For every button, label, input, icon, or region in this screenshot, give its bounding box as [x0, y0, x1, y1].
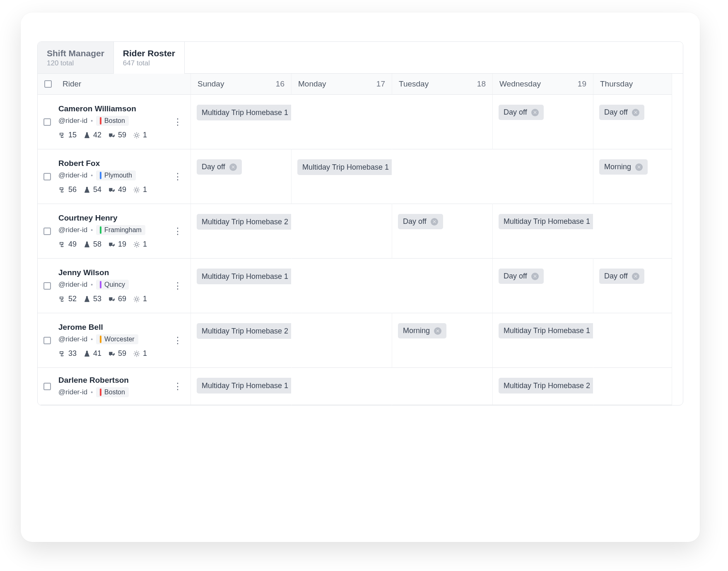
- schedule-cell[interactable]: Multiday Trip Homebase 1✕: [292, 149, 392, 204]
- schedule-chip[interactable]: Morning✕: [398, 323, 446, 338]
- schedule-cell[interactable]: [593, 313, 672, 368]
- rider-info: Jerome Bell@rider-id•Worcester3341591: [58, 323, 163, 358]
- schedule-cell[interactable]: Day off✕: [493, 259, 593, 313]
- chip-label: Day off: [504, 272, 527, 281]
- schedule-cell[interactable]: Multiday Trip Homebase 2✕: [493, 368, 593, 405]
- schedule-cell[interactable]: Multiday Trip Homebase 1✕: [191, 259, 292, 313]
- schedule-cell[interactable]: Morning✕: [392, 313, 493, 368]
- close-icon[interactable]: ✕: [531, 109, 539, 116]
- select-all-checkbox[interactable]: [44, 80, 52, 88]
- separator: •: [91, 172, 93, 179]
- schedule-span[interactable]: Multiday Trip Homebase 2✕: [499, 378, 593, 393]
- schedule-cell[interactable]: Day off✕: [392, 204, 493, 259]
- schedule-chip[interactable]: Morning✕: [599, 159, 648, 175]
- svg-point-1: [135, 189, 138, 191]
- chip-label: Morning: [604, 163, 631, 171]
- schedule-span[interactable]: Multiday Trip Homebase 2✕: [197, 214, 292, 230]
- schedule-cell[interactable]: [292, 313, 392, 368]
- metric-truck: 69: [118, 295, 126, 303]
- span-label: Multiday Trip Homebase 1: [302, 163, 389, 172]
- metric-route: 33: [68, 349, 77, 358]
- more-icon[interactable]: ⋮: [171, 171, 185, 182]
- schedule-chip[interactable]: Day off✕: [599, 269, 644, 284]
- location-pill[interactable]: Plymouth: [96, 170, 136, 180]
- close-icon[interactable]: ✕: [632, 273, 639, 280]
- location-color-bar: [100, 117, 101, 125]
- schedule-span[interactable]: Multiday Trip Homebase 1✕: [297, 159, 392, 175]
- row-checkbox[interactable]: [43, 173, 51, 180]
- row-checkbox[interactable]: [43, 118, 51, 126]
- location-pill[interactable]: Quincy: [96, 280, 129, 290]
- close-icon[interactable]: ✕: [434, 327, 441, 335]
- schedule-chip[interactable]: Day off✕: [499, 105, 544, 120]
- row-checkbox[interactable]: [43, 383, 51, 390]
- schedule-chip[interactable]: Day off✕: [499, 269, 544, 284]
- tab-rider-roster[interactable]: Rider Roster647 total: [114, 42, 185, 74]
- rider-name: Jenny Wilson: [58, 268, 163, 277]
- schedule-cell[interactable]: [392, 368, 493, 405]
- schedule-cell[interactable]: Multiday Trip Homebase 1✕: [191, 368, 292, 405]
- location-label: Boston: [104, 117, 125, 125]
- span-label: Multiday Trip Homebase 1: [504, 217, 590, 226]
- schedule-span[interactable]: Multiday Trip Homebase 1: [499, 214, 593, 229]
- location-pill[interactable]: Worcester: [96, 334, 138, 344]
- more-icon[interactable]: ⋮: [171, 335, 185, 346]
- close-icon[interactable]: ✕: [229, 163, 237, 171]
- schedule-span[interactable]: Multiday Trip Homebase 1✕: [197, 105, 292, 120]
- rider-cell: Jerome Bell@rider-id•Worcester3341591⋮: [38, 313, 191, 368]
- schedule-cell[interactable]: [493, 149, 593, 204]
- metric-route: 56: [68, 185, 77, 194]
- schedule-chip[interactable]: Day off✕: [197, 159, 242, 175]
- schedule-cell[interactable]: [392, 259, 493, 313]
- close-icon[interactable]: ✕: [632, 109, 639, 116]
- schedule-cell[interactable]: Day off✕: [593, 95, 672, 149]
- close-icon[interactable]: ✕: [431, 218, 438, 226]
- row-checkbox[interactable]: [43, 337, 51, 344]
- schedule-span[interactable]: Multiday Trip Homebase 1: [499, 323, 593, 338]
- metric-route: 52: [68, 295, 77, 303]
- row-checkbox[interactable]: [43, 282, 51, 290]
- schedule-cell[interactable]: Multiday Trip Homebase 1: [493, 313, 593, 368]
- schedule-cell[interactable]: [392, 149, 493, 204]
- more-icon[interactable]: ⋮: [171, 280, 185, 291]
- schedule-cell[interactable]: Multiday Trip Homebase 1: [493, 204, 593, 259]
- rider-name: Cameron Williamson: [58, 104, 163, 113]
- schedule-cell[interactable]: [593, 204, 672, 259]
- more-icon[interactable]: ⋮: [171, 381, 185, 392]
- tab-shift-manager[interactable]: Shift Manager120 total: [38, 42, 114, 74]
- close-icon[interactable]: ✕: [635, 163, 643, 171]
- truck-icon: [108, 295, 116, 303]
- schedule-cell[interactable]: Morning✕: [593, 149, 672, 204]
- schedule-cell[interactable]: [292, 95, 392, 149]
- schedule-span[interactable]: Multiday Trip Homebase 2✕: [197, 323, 292, 339]
- schedule-span[interactable]: Multiday Trip Homebase 1✕: [197, 269, 292, 284]
- schedule-cell[interactable]: [292, 368, 392, 405]
- schedule-cell[interactable]: [392, 95, 493, 149]
- separator: •: [91, 281, 93, 288]
- schedule-chip[interactable]: Day off✕: [599, 105, 644, 120]
- location-color-bar: [100, 172, 101, 179]
- schedule-cell[interactable]: Day off✕: [493, 95, 593, 149]
- location-pill[interactable]: Boston: [96, 387, 129, 397]
- schedule-cell[interactable]: Multiday Trip Homebase 1✕: [191, 95, 292, 149]
- schedule-span[interactable]: Multiday Trip Homebase 1✕: [197, 378, 292, 393]
- schedule-cell[interactable]: [593, 368, 672, 405]
- schedule-cell[interactable]: [292, 259, 392, 313]
- rider-info: Darlene Robertson@rider-id•Boston: [58, 376, 163, 397]
- schedule-chip[interactable]: Day off✕: [398, 214, 443, 229]
- header-day-wednesday: Wednesday19: [493, 74, 593, 95]
- schedule-cell[interactable]: Day off✕: [593, 259, 672, 313]
- schedule-cell[interactable]: Multiday Trip Homebase 2✕: [191, 204, 292, 259]
- metric-weight: 58: [93, 240, 101, 249]
- schedule-cell[interactable]: [292, 204, 392, 259]
- close-icon[interactable]: ✕: [531, 273, 539, 280]
- schedule-cell[interactable]: Multiday Trip Homebase 2✕: [191, 313, 292, 368]
- more-icon[interactable]: ⋮: [171, 116, 185, 127]
- location-pill[interactable]: Boston: [96, 116, 129, 126]
- location-pill[interactable]: Framingham: [96, 225, 145, 235]
- more-icon[interactable]: ⋮: [171, 226, 185, 237]
- rider-handle: @rider-id: [58, 388, 87, 396]
- row-checkbox[interactable]: [43, 228, 51, 235]
- schedule-cell[interactable]: Day off✕: [191, 149, 292, 204]
- tab-subtitle: 120 total: [47, 59, 104, 67]
